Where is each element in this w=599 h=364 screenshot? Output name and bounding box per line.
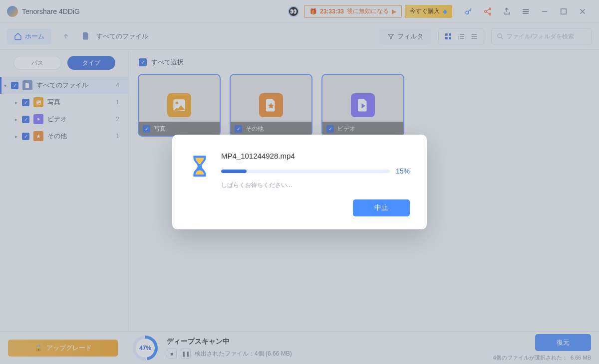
- hourglass-icon: [189, 154, 210, 178]
- progress-bar: [221, 170, 390, 173]
- progress-filename: MP4_101244928.mp4: [221, 152, 410, 160]
- progress-wait-text: しばらくお待ちください...: [221, 181, 410, 189]
- progress-dialog: MP4_101244928.mp4 15% しばらくお待ちください... 中止: [172, 135, 427, 229]
- modal-overlay: MP4_101244928.mp4 15% しばらくお待ちください... 中止: [0, 0, 599, 364]
- progress-percent: 15%: [396, 167, 410, 175]
- stop-button[interactable]: 中止: [353, 199, 410, 216]
